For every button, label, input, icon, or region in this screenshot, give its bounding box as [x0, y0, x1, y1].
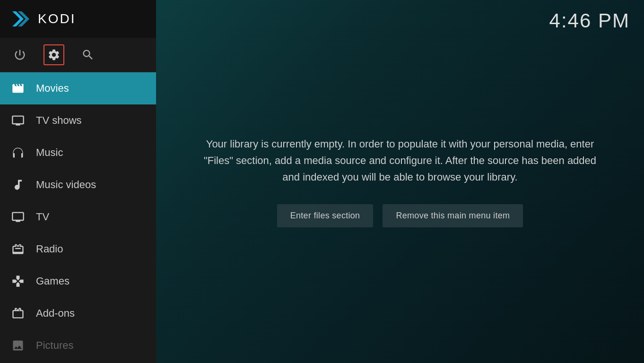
sidebar-item-radio[interactable]: Radio [0, 233, 156, 265]
action-buttons-group: Enter files section Remove this main men… [277, 204, 523, 227]
tv-icon [9, 208, 26, 225]
remove-menu-item-button[interactable]: Remove this main menu item [383, 204, 523, 227]
sidebar-label-pictures: Pictures [36, 339, 73, 352]
library-empty-message: Your library is currently empty. In orde… [194, 136, 606, 186]
sidebar-label-games: Games [36, 275, 70, 287]
content-area: Your library is currently empty. In orde… [156, 0, 644, 363]
games-icon [9, 273, 26, 290]
sidebar: KODI Movies TV [0, 0, 156, 363]
tv-shows-icon [9, 112, 26, 129]
main-navigation: Movies TV shows Music Music videos [0, 72, 156, 363]
sidebar-item-tv[interactable]: TV [0, 201, 156, 233]
pictures-icon [9, 337, 26, 354]
main-content: 4:46 PM Your library is currently empty.… [156, 0, 644, 363]
clock: 4:46 PM [549, 9, 630, 32]
sidebar-item-movies[interactable]: Movies [0, 72, 156, 104]
music-videos-icon [9, 176, 26, 193]
sidebar-label-movies: Movies [36, 82, 69, 95]
addons-icon [9, 305, 26, 322]
enter-files-button[interactable]: Enter files section [277, 204, 374, 227]
movies-icon [9, 80, 26, 97]
kodi-logo [9, 8, 32, 30]
sidebar-item-addons[interactable]: Add-ons [0, 297, 156, 329]
app-header: KODI [0, 0, 156, 38]
toolbar-icons [0, 38, 156, 72]
sidebar-item-music-videos[interactable]: Music videos [0, 169, 156, 201]
sidebar-item-music[interactable]: Music [0, 137, 156, 169]
sidebar-label-music-videos: Music videos [36, 179, 96, 191]
sidebar-label-radio: Radio [36, 243, 63, 255]
sidebar-item-tv-shows[interactable]: TV shows [0, 104, 156, 137]
radio-icon [9, 241, 26, 258]
sidebar-label-music: Music [36, 147, 63, 159]
sidebar-label-addons: Add-ons [36, 307, 75, 320]
power-button[interactable] [9, 44, 30, 65]
sidebar-item-games[interactable]: Games [0, 265, 156, 297]
app-title: KODI [38, 11, 76, 26]
sidebar-label-tv-shows: TV shows [36, 114, 82, 127]
settings-button[interactable] [44, 44, 64, 65]
music-icon [9, 144, 26, 161]
search-button[interactable] [78, 44, 98, 65]
sidebar-label-tv: TV [36, 211, 49, 223]
sidebar-item-pictures[interactable]: Pictures [0, 329, 156, 362]
